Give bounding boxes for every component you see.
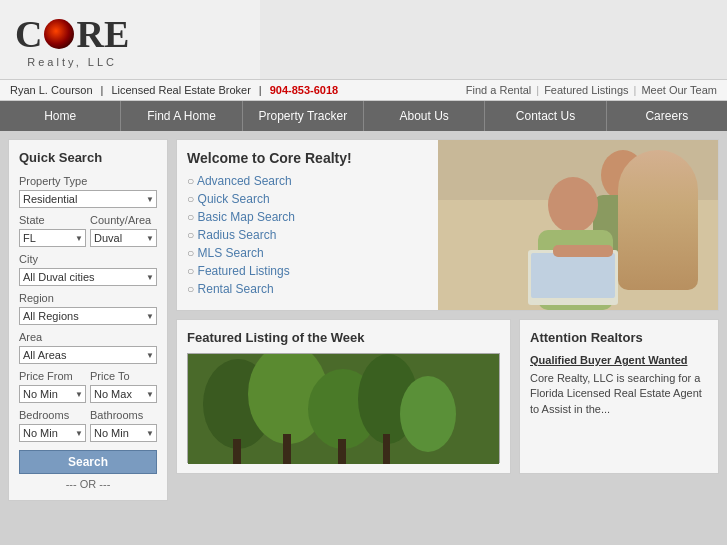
listing-image bbox=[187, 353, 500, 463]
bedrooms-col: Bedrooms No Min bbox=[19, 403, 86, 442]
price-row: Price From No Min Price To No Max bbox=[19, 364, 157, 403]
list-item: Quick Search bbox=[187, 192, 295, 206]
nav-careers[interactable]: Careers bbox=[607, 101, 727, 131]
basic-map-search-link[interactable]: Basic Map Search bbox=[198, 210, 295, 224]
search-button[interactable]: Search bbox=[19, 450, 157, 474]
state-label: State bbox=[19, 214, 86, 226]
area-label: Area bbox=[19, 331, 157, 343]
property-type-select[interactable]: Residential Commercial Rental Land bbox=[19, 190, 157, 208]
svg-point-14 bbox=[400, 376, 456, 452]
broker-name: Ryan L. Courson bbox=[10, 84, 93, 96]
price-from-wrapper: No Min bbox=[19, 385, 86, 403]
attention-title: Attention Realtors bbox=[530, 330, 708, 345]
bottom-row: Featured Listing of the Week bbox=[176, 319, 719, 474]
svg-rect-15 bbox=[233, 439, 241, 464]
top-nav-bar: Ryan L. Courson | Licensed Real Estate B… bbox=[0, 80, 727, 101]
nav-home[interactable]: Home bbox=[0, 101, 121, 131]
price-from-select[interactable]: No Min bbox=[19, 385, 86, 403]
page-content: Quick Search Property Type Residential C… bbox=[0, 131, 727, 509]
area-select[interactable]: All Areas bbox=[19, 346, 157, 364]
area-wrapper: All Areas bbox=[19, 346, 157, 364]
advanced-search-link[interactable]: Advanced Search bbox=[197, 174, 292, 188]
svg-rect-17 bbox=[338, 439, 346, 464]
sep2: | bbox=[259, 84, 262, 96]
broker-title: Licensed Real Estate Broker bbox=[111, 84, 250, 96]
list-item: Basic Map Search bbox=[187, 210, 295, 224]
rental-search-link[interactable]: Rental Search bbox=[198, 282, 274, 296]
city-wrapper: All Duval cities bbox=[19, 268, 157, 286]
mls-search-link[interactable]: MLS Search bbox=[198, 246, 264, 260]
sep4: | bbox=[634, 84, 637, 96]
bathrooms-wrapper: No Min bbox=[90, 424, 157, 442]
sep3: | bbox=[536, 84, 539, 96]
bedrooms-label: Bedrooms bbox=[19, 409, 86, 421]
list-item: Advanced Search bbox=[187, 174, 295, 188]
logo-subtitle: Realty, LLC bbox=[15, 56, 129, 68]
nav-contact-us[interactable]: Contact Us bbox=[485, 101, 606, 131]
featured-title: Featured Listing of the Week bbox=[187, 330, 500, 345]
broker-info: Ryan L. Courson | Licensed Real Estate B… bbox=[10, 84, 338, 96]
welcome-links: Advanced Search Quick Search Basic Map S… bbox=[187, 174, 295, 300]
logo-c: C bbox=[15, 12, 42, 56]
price-from-col: Price From No Min bbox=[19, 364, 86, 403]
welcome-section: Welcome to Core Realty! Advanced Search … bbox=[176, 139, 719, 311]
state-wrapper: FL bbox=[19, 229, 86, 247]
state-col: State FL bbox=[19, 208, 86, 247]
sidebar-title: Quick Search bbox=[19, 150, 157, 165]
bathrooms-label: Bathrooms bbox=[90, 409, 157, 421]
region-label: Region bbox=[19, 292, 157, 304]
property-type-wrapper: Residential Commercial Rental Land bbox=[19, 190, 157, 208]
county-col: County/Area Duval bbox=[90, 208, 157, 247]
state-county-row: State FL County/Area Duval bbox=[19, 208, 157, 247]
featured-listings-link[interactable]: Featured Listings bbox=[544, 84, 628, 96]
radius-search-link[interactable]: Radius Search bbox=[198, 228, 277, 242]
broker-phone[interactable]: 904-853-6018 bbox=[270, 84, 339, 96]
county-wrapper: Duval bbox=[90, 229, 157, 247]
attention-realtors-box: Attention Realtors Qualified Buyer Agent… bbox=[519, 319, 719, 474]
page-header: C RE Realty, LLC bbox=[0, 0, 727, 80]
list-item: Rental Search bbox=[187, 282, 295, 296]
region-wrapper: All Regions bbox=[19, 307, 157, 325]
main-content: Welcome to Core Realty! Advanced Search … bbox=[176, 139, 719, 501]
logo-re: RE bbox=[76, 12, 129, 56]
list-item: Radius Search bbox=[187, 228, 295, 242]
city-label: City bbox=[19, 253, 157, 265]
meet-team-link[interactable]: Meet Our Team bbox=[641, 84, 717, 96]
price-to-label: Price To bbox=[90, 370, 157, 382]
city-select[interactable]: All Duval cities bbox=[19, 268, 157, 286]
buyer-agent-link[interactable]: Qualified Buyer Agent Wanted bbox=[530, 354, 687, 366]
sep1: | bbox=[101, 84, 104, 96]
county-select[interactable]: Duval bbox=[90, 229, 157, 247]
bathrooms-select[interactable]: No Min bbox=[90, 424, 157, 442]
logo-area: C RE Realty, LLC bbox=[0, 0, 260, 79]
find-rental-link[interactable]: Find a Rental bbox=[466, 84, 531, 96]
list-item: Featured Listings bbox=[187, 264, 295, 278]
state-select[interactable]: FL bbox=[19, 229, 86, 247]
price-from-label: Price From bbox=[19, 370, 86, 382]
svg-rect-18 bbox=[383, 434, 390, 464]
bedrooms-wrapper: No Min bbox=[19, 424, 86, 442]
quick-search-link[interactable]: Quick Search bbox=[198, 192, 270, 206]
list-item: MLS Search bbox=[187, 246, 295, 260]
logo: C RE bbox=[15, 12, 129, 56]
svg-rect-7 bbox=[531, 253, 615, 298]
svg-rect-8 bbox=[553, 245, 613, 257]
region-select[interactable]: All Regions bbox=[19, 307, 157, 325]
header-banner bbox=[260, 0, 727, 79]
svg-point-4 bbox=[548, 177, 598, 233]
bedrooms-select[interactable]: No Min bbox=[19, 424, 86, 442]
svg-point-2 bbox=[601, 150, 645, 200]
svg-rect-16 bbox=[283, 434, 291, 464]
nav-about-us[interactable]: About Us bbox=[364, 101, 485, 131]
featured-listings-link2[interactable]: Featured Listings bbox=[198, 264, 290, 278]
nav-property-tracker[interactable]: Property Tracker bbox=[243, 101, 364, 131]
or-divider: --- OR --- bbox=[19, 478, 157, 490]
price-to-select[interactable]: No Max bbox=[90, 385, 157, 403]
nav-find-home[interactable]: Find A Home bbox=[121, 101, 242, 131]
top-nav-links: Find a Rental | Featured Listings | Meet… bbox=[466, 84, 717, 96]
price-to-wrapper: No Max bbox=[90, 385, 157, 403]
bathrooms-col: Bathrooms No Min bbox=[90, 403, 157, 442]
property-type-label: Property Type bbox=[19, 175, 157, 187]
welcome-image bbox=[438, 140, 718, 310]
quick-search-sidebar: Quick Search Property Type Residential C… bbox=[8, 139, 168, 501]
